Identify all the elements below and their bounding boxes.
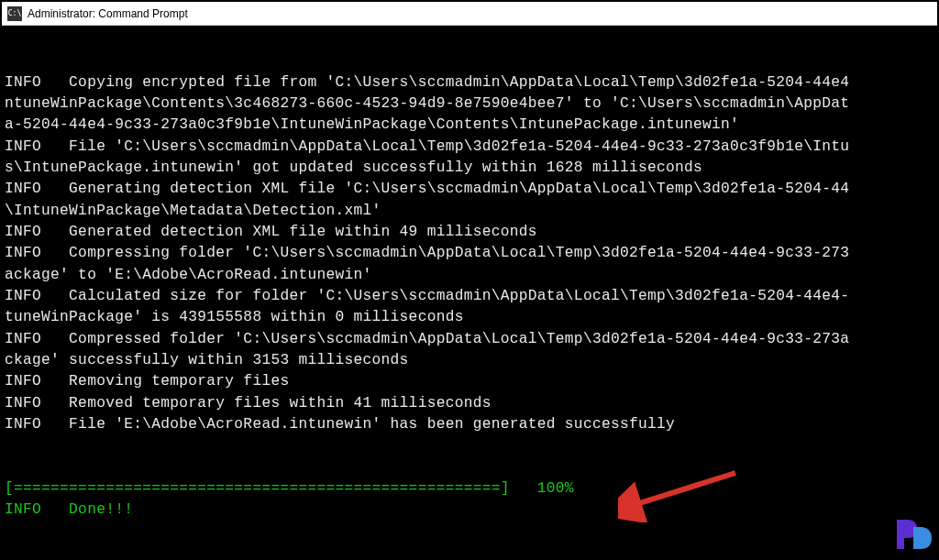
cmd-window: C:\ Administrator: Command Prompt INFO C… <box>0 0 939 560</box>
console-line: INFO Removing temporary files <box>5 373 289 390</box>
console-line: INFO File 'E:\Adobe\AcroRead.intunewin' … <box>5 416 675 433</box>
cmd-icon: C:\ <box>7 6 22 21</box>
console-line: INFO Compressing folder 'C:\Users\sccmad… <box>5 245 849 261</box>
console-line: ackage' to 'E:\Adobe\AcroRead.intunewin' <box>5 267 372 283</box>
titlebar[interactable]: C:\ Administrator: Command Prompt <box>2 2 937 26</box>
console-line: \IntuneWinPackage\Metadata\Detection.xml… <box>5 203 381 219</box>
console-line: ntuneWinPackage\Contents\3c468273-660c-4… <box>5 95 849 112</box>
console-line: INFO Generating detection XML file 'C:\U… <box>5 181 849 197</box>
console-line: a-5204-44e4-9c33-273a0c3f9b1e\IntuneWinP… <box>5 116 739 133</box>
console-line: INFO Removed temporary files within 41 m… <box>5 395 492 412</box>
console-line: INFO File 'C:\Users\sccmadmin\AppData\Lo… <box>5 138 849 155</box>
console-line: INFO Generated detection XML file within… <box>5 224 537 240</box>
window-title: Administrator: Command Prompt <box>28 7 188 20</box>
console-line: INFO Copying encrypted file from 'C:\Use… <box>5 74 849 91</box>
console-line: [=======================================… <box>5 480 574 497</box>
console-line: INFO Calculated size for folder 'C:\User… <box>5 288 849 304</box>
console-line: s\IntunePackage.intunewin' got updated s… <box>5 159 702 176</box>
console-line: INFO Compressed folder 'C:\Users\sccmadm… <box>5 331 849 347</box>
console-line: ckage' successfully within 3153 millisec… <box>5 352 409 368</box>
console-line: tuneWinPackage' is 439155588 within 0 mi… <box>5 309 464 325</box>
console-output[interactable]: INFO Copying encrypted file from 'C:\Use… <box>2 26 937 558</box>
console-line: INFO Done!!! <box>5 501 133 518</box>
